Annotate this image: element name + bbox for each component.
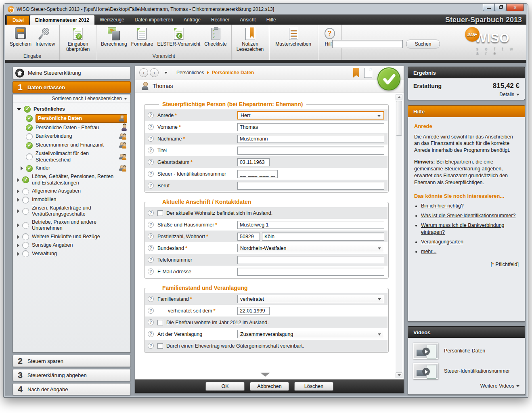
help-icon[interactable]: ?	[148, 112, 154, 118]
familienstand-select[interactable]: verheiratet	[237, 295, 384, 303]
tree-item-kinder[interactable]: Kinder	[15, 164, 129, 173]
menu-werkzeuge[interactable]: Werkzeuge	[94, 15, 129, 25]
menu-datei[interactable]: Datei	[7, 16, 29, 25]
wohnort-input[interactable]	[262, 233, 384, 241]
email-input[interactable]	[237, 268, 384, 276]
details-dropdown[interactable]: Details	[413, 92, 519, 97]
expander-closed-icon[interactable]	[17, 189, 19, 193]
anrede-select[interactable]: Herr	[237, 111, 384, 119]
help-icon[interactable]: ?	[148, 233, 154, 239]
tree-item-sonstige-angaben[interactable]: Sonstige Angaben	[15, 241, 129, 249]
vorname-input[interactable]	[237, 123, 384, 131]
help-icon[interactable]: ?	[148, 136, 154, 142]
step-4-nach-der-abgabe[interactable]: 4 Nach der Abgabe	[13, 383, 131, 395]
help-icon[interactable]: ?	[148, 296, 154, 302]
weitere-videos-dropdown[interactable]: Weitere Videos	[413, 383, 519, 389]
notizen-lesezeichen-button[interactable]: Notizen Lesezeichen	[235, 27, 266, 53]
geburtsdatum-input[interactable]	[237, 158, 270, 166]
link-bankverbindung-eintragen[interactable]: Warum muss ich die Bankverbindung eintra…	[421, 222, 505, 235]
help-icon[interactable]: ?	[148, 222, 154, 228]
checkliste-button[interactable]: Checkliste	[203, 27, 228, 47]
help-icon[interactable]: ?	[148, 319, 154, 325]
tree-item-allgemeine-ausgaben[interactable]: Allgemeine Ausgaben	[15, 187, 129, 196]
verheiratet-seit-input[interactable]	[237, 307, 270, 315]
expander-closed-icon[interactable]	[17, 223, 19, 227]
tab-einkommensteuer-2012[interactable]: Einkommensteuer 2012	[30, 15, 94, 25]
nachname-input[interactable]	[237, 135, 384, 143]
link-steuer-identifikationsnummer[interactable]: Was ist die Steuer-Identifikationsnummer…	[421, 213, 515, 218]
scrollbar-down-button[interactable]	[396, 372, 402, 378]
tree-item-betriebe-praxen[interactable]: Betriebe, Praxen und andere Unternehmen	[15, 218, 129, 233]
help-icon[interactable]: ?	[148, 182, 154, 189]
video-thumbnail[interactable]	[413, 343, 438, 359]
expander-closed-icon[interactable]	[17, 209, 19, 213]
sort-dropdown[interactable]: Sortieren nach Lebensbereichen	[13, 94, 130, 103]
tree-item-zustellvollmacht[interactable]: Zustellvollmacht für den Steuerbescheid	[15, 150, 129, 164]
menu-daten-importieren[interactable]: Daten importieren	[130, 15, 178, 25]
titel-input[interactable]	[237, 147, 384, 155]
help-icon[interactable]: ?	[148, 147, 154, 153]
help-icon[interactable]: ?	[148, 268, 154, 275]
abbrechen-button[interactable]: Abbrechen	[250, 382, 289, 391]
help-icon[interactable]: ?	[148, 210, 154, 216]
step-3-steuererklaerung-abgeben[interactable]: 3 Steuererklärung abgeben	[13, 369, 131, 381]
berechnung-button[interactable]: Berechnung	[100, 27, 128, 47]
ehefrau-ausland-checkbox[interactable]	[157, 320, 163, 325]
link-mehr[interactable]: mehr...	[421, 249, 436, 254]
bundesland-select[interactable]: Nordrhein-Westfalen	[237, 244, 384, 252]
steuer-id-input[interactable]	[237, 170, 278, 178]
tree-item-persoenliche-daten-ehefrau[interactable]: Persönliche Daten - Ehefrau	[15, 124, 129, 132]
close-button[interactable]: ×	[506, 4, 524, 11]
beruf-input[interactable]	[237, 182, 384, 190]
expander-closed-icon[interactable]	[17, 235, 19, 239]
video-thumbnail[interactable]	[413, 363, 438, 379]
bookmark-icon[interactable]	[353, 68, 359, 78]
menu-antraege[interactable]: Anträge	[178, 15, 206, 25]
help-icon[interactable]: ?	[148, 308, 154, 314]
help-icon[interactable]: ?	[148, 171, 154, 177]
step-1-daten-erfassen[interactable]: 1 Daten erfassen	[13, 81, 131, 93]
plz-input[interactable]	[237, 233, 260, 241]
veranlagung-select[interactable]: Zusammenveranlagung	[237, 330, 384, 338]
tree-item-steuernummer-finanzamt[interactable]: Steuernummer und Finanzamt	[15, 141, 129, 150]
tree-item-immobilien[interactable]: Immobilien	[15, 196, 129, 204]
help-icon[interactable]: ?	[148, 124, 154, 130]
tree-item-zinsen-kapitalertraege[interactable]: Zinsen, Kapitalerträge und Veräußerungsg…	[15, 204, 129, 218]
note-icon[interactable]	[364, 68, 372, 78]
vertical-scrollbar[interactable]	[396, 94, 402, 378]
link-veranlagungsarten[interactable]: Veranlagungsarten	[421, 239, 463, 245]
tree-item-weitere-einkuenfte[interactable]: Weitere Einkünfte und Bezüge	[15, 233, 129, 241]
step-2-steuern-sparen[interactable]: 2 Steuern sparen	[13, 355, 131, 367]
tree-item-persoenliche-daten[interactable]: Persönliche Daten	[15, 113, 129, 124]
breadcrumb-parent[interactable]: Persönliches	[176, 70, 204, 75]
loeschen-button[interactable]: Löschen	[294, 382, 333, 391]
menu-rechner[interactable]: Rechner	[206, 15, 235, 25]
meine-steuererklaerung-button[interactable]: Meine Steuererklärung	[13, 67, 131, 79]
suchen-button[interactable]: Suchen	[406, 40, 440, 48]
back-button[interactable]: ‹	[139, 68, 148, 77]
expander-closed-icon[interactable]	[17, 252, 19, 256]
telefon-input[interactable]	[237, 256, 384, 264]
menu-ansicht[interactable]: Ansicht	[235, 15, 261, 25]
musterschreiben-button[interactable]: Musterschreiben	[272, 27, 314, 47]
tree-item-loehne-gehaelter[interactable]: Löhne, Gehälter, Pensionen, Renten und E…	[15, 173, 129, 187]
wohnsitz-ausland-checkbox[interactable]	[157, 210, 163, 216]
menu-hilfe[interactable]: Hilfe	[261, 15, 281, 25]
forward-button[interactable]: ›	[150, 68, 159, 77]
strasse-input[interactable]	[237, 221, 384, 229]
minimize-button[interactable]	[483, 4, 495, 11]
maximize-button[interactable]	[494, 4, 507, 11]
tree-item-bankverbindung[interactable]: Bankverbindung	[15, 132, 129, 141]
help-icon[interactable]: ?	[148, 257, 154, 263]
expander-closed-icon[interactable]	[21, 166, 23, 170]
scroll-down-arrow-icon[interactable]	[260, 373, 270, 377]
link-bin-ich-hier-richtig[interactable]: Bin ich hier richtig?	[421, 203, 464, 209]
video-item-steuer-identifikationsnummer[interactable]: Steuer-Identifikationsnummer	[413, 363, 519, 379]
expander-closed-icon[interactable]	[17, 243, 19, 247]
help-icon[interactable]: ?	[148, 159, 154, 165]
interview-button[interactable]: Interview	[34, 27, 56, 47]
help-icon[interactable]: ?	[148, 343, 154, 349]
expander-closed-icon[interactable]	[17, 198, 19, 202]
speichern-button[interactable]: Speichern	[8, 27, 33, 47]
video-item-persoenliche-daten[interactable]: Persönliche Daten	[413, 343, 519, 359]
